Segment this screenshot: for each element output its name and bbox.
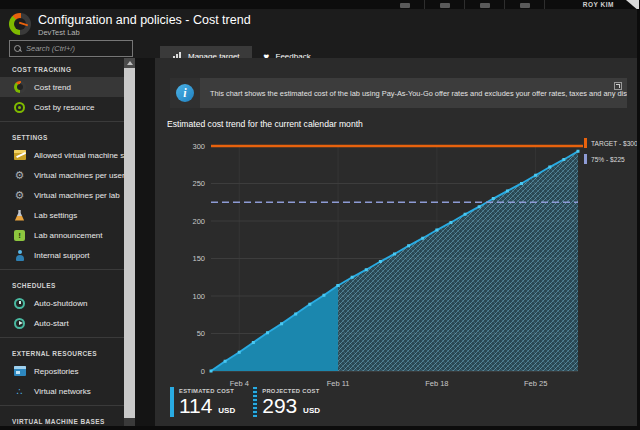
- sidebar-item-virtual-networks[interactable]: ∴ Virtual networks: [0, 381, 137, 401]
- network-icon: ∴: [16, 386, 22, 397]
- person-icon: [14, 249, 25, 261]
- app-window: ROY KIM Configuration and policies - Cos…: [0, 0, 640, 430]
- svg-text:300: 300: [192, 142, 205, 151]
- panel-gap: [135, 58, 155, 430]
- legend-75-percent: 75% - $225: [584, 154, 638, 164]
- estimated-cost-stat: ESTIMATED COST 114 USD: [170, 387, 235, 423]
- section-header-schedules: SCHEDULES: [0, 274, 137, 293]
- toolbar-separator: [424, 0, 425, 9]
- sidebar-item-lab-announcement[interactable]: ! Lab announcement: [0, 225, 137, 245]
- cost-trend-icon: [14, 81, 26, 93]
- sidebar-item-label: Virtual machines per lab: [34, 191, 120, 200]
- header-band: Configuration and policies - Cost trend …: [0, 9, 640, 58]
- announcement-icon: !: [14, 230, 25, 241]
- svg-text:200: 200: [192, 217, 205, 226]
- search-input[interactable]: [26, 44, 128, 53]
- sidebar-scrollbar[interactable]: [124, 58, 135, 426]
- info-icon: i: [176, 84, 194, 102]
- chart-title: Estimated cost trend for the current cal…: [167, 119, 363, 129]
- search-icon: [14, 45, 22, 53]
- top-toolbar-strip: ROY KIM: [0, 0, 640, 9]
- svg-text:150: 150: [192, 254, 205, 263]
- estimated-cost-marker: [170, 387, 174, 417]
- scrollbar-thumb[interactable]: [124, 68, 135, 418]
- sidebar-menu: COST TRACKING Cost trend Cost by resourc…: [0, 58, 137, 426]
- toolbar-separator: [504, 0, 505, 9]
- toolbar-icon-fragment[interactable]: [520, 3, 530, 8]
- sidebar-item-allowed-vm-sizes[interactable]: Allowed virtual machine sizes: [0, 145, 137, 165]
- sidebar-item-label: Virtual networks: [34, 387, 91, 396]
- sidebar-item-label: Internal support: [34, 251, 90, 260]
- sidebar-item-auto-start[interactable]: Auto-start: [0, 313, 137, 333]
- projected-cost-stat: PROJECTED COST 293 USD: [253, 387, 320, 423]
- auto-shutdown-icon: [14, 298, 25, 309]
- expand-icon[interactable]: [614, 82, 622, 90]
- svg-text:Feb 18: Feb 18: [425, 379, 448, 388]
- toolbar-separator: [544, 0, 545, 9]
- sidebar-search[interactable]: [9, 40, 133, 57]
- projected-cost-value: 293 USD: [262, 394, 320, 423]
- sidebar-item-lab-settings[interactable]: Lab settings: [0, 205, 137, 225]
- gear-icon: ⚙: [15, 189, 25, 201]
- svg-text:50: 50: [197, 329, 205, 338]
- scroll-up-arrow[interactable]: [124, 58, 135, 68]
- legend-75-marker: [584, 154, 587, 164]
- toolbar-icon-fragment[interactable]: [440, 3, 450, 8]
- chart-legend: TARGET - $300 75% - $225: [584, 138, 638, 170]
- info-banner-text: This chart shows the estimated cost of t…: [200, 89, 627, 98]
- divider: [0, 269, 137, 270]
- sidebar-item-label: Allowed virtual machine sizes: [34, 151, 137, 160]
- svg-text:Feb 25: Feb 25: [524, 379, 547, 388]
- main-content: i This chart shows the estimated cost of…: [155, 58, 640, 430]
- svg-text:0: 0: [201, 367, 205, 376]
- toolbar-separator: [464, 0, 465, 9]
- divider: [0, 121, 137, 122]
- estimated-cost-value: 114 USD: [179, 394, 235, 423]
- sidebar-item-auto-shutdown[interactable]: Auto-shutdown: [0, 293, 137, 313]
- sidebar-item-label: Auto-shutdown: [34, 299, 87, 308]
- projected-cost-marker: [253, 387, 257, 417]
- section-header-cost-tracking: COST TRACKING: [0, 58, 137, 77]
- cost-by-resource-icon: [14, 102, 25, 113]
- gear-icon: ⚙: [15, 169, 25, 181]
- sidebar-item-cost-by-resource[interactable]: Cost by resource: [0, 97, 137, 117]
- info-banner: i This chart shows the estimated cost of…: [170, 78, 627, 108]
- svg-text:Feb 11: Feb 11: [327, 379, 350, 388]
- cost-trend-chart: Feb 4Feb 11Feb 18Feb 2505010015020025030…: [163, 136, 583, 392]
- legend-target: TARGET - $300: [584, 138, 638, 148]
- sidebar-item-internal-support[interactable]: Internal support: [0, 245, 137, 265]
- toolbar-icon-fragment[interactable]: [480, 3, 490, 8]
- svg-text:250: 250: [192, 179, 205, 188]
- page-subtitle: DevTest Lab: [38, 28, 80, 37]
- user-account-label[interactable]: ROY KIM: [583, 1, 614, 8]
- sidebar-item-label: Lab settings: [34, 211, 77, 220]
- bottom-border: [0, 426, 640, 430]
- flask-icon: [15, 210, 25, 221]
- sidebar-item-label: Virtual machines per user: [34, 171, 125, 180]
- sidebar-item-vms-per-user[interactable]: ⚙ Virtual machines per user: [0, 165, 137, 185]
- cost-trend-gauge-icon: [9, 13, 31, 35]
- section-header-vm-bases: VIRTUAL MACHINE BASES: [0, 410, 137, 426]
- divider: [0, 405, 137, 406]
- sidebar-item-label: Cost by resource: [34, 103, 94, 112]
- section-header-external-resources: EXTERNAL RESOURCES: [0, 342, 137, 361]
- repositories-icon: [14, 366, 26, 376]
- sidebar-item-label: Auto-start: [34, 319, 69, 328]
- legend-target-marker: [584, 138, 587, 148]
- vm-sizes-icon: [14, 150, 26, 160]
- sidebar-item-label: Lab announcement: [34, 231, 103, 240]
- svg-text:100: 100: [192, 292, 205, 301]
- page-title: Configuration and policies - Cost trend: [38, 13, 251, 27]
- section-header-settings: SETTINGS: [0, 126, 137, 145]
- divider: [0, 337, 137, 338]
- sidebar-item-cost-trend[interactable]: Cost trend: [0, 77, 137, 97]
- sidebar-item-repositories[interactable]: Repositories: [0, 361, 137, 381]
- sidebar-item-vms-per-lab[interactable]: ⚙ Virtual machines per lab: [0, 185, 137, 205]
- sidebar-item-label: Cost trend: [34, 83, 71, 92]
- sidebar-item-label: Repositories: [34, 367, 78, 376]
- cost-stats: ESTIMATED COST 114 USD PROJECTED COST 29…: [170, 387, 320, 423]
- toolbar-icon-fragment[interactable]: [400, 3, 410, 8]
- auto-start-icon: [14, 318, 25, 329]
